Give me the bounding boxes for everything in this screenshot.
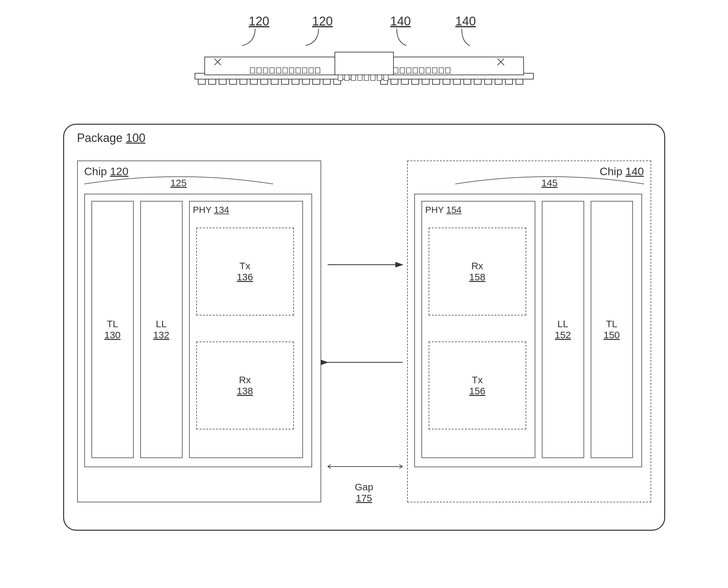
ll-132-box: LL132 xyxy=(140,201,183,458)
svg-rect-31 xyxy=(302,68,307,73)
phy-154-label: PHY 154 xyxy=(425,205,462,215)
svg-text:140: 140 xyxy=(390,14,411,28)
chip-120-box: Chip 120 125 TL130 xyxy=(77,161,321,502)
svg-text:120: 120 xyxy=(249,14,269,28)
rx-138-label: Rx138 xyxy=(237,374,253,397)
chip-140-box: Chip 140 145 PHY 154 xyxy=(407,161,651,502)
svg-rect-47 xyxy=(495,79,502,84)
tl-150-box: TL150 xyxy=(591,201,633,458)
svg-rect-15 xyxy=(281,79,289,84)
top-diagram: 120 120 140 140 xyxy=(185,13,543,104)
package-diagram: Package 100 Chip 120 125 TL130 xyxy=(63,124,665,531)
rx-158-label: Rx158 xyxy=(469,260,485,282)
ll-152-box: LL152 xyxy=(542,201,584,458)
svg-rect-37 xyxy=(391,79,398,84)
svg-rect-60 xyxy=(432,68,437,73)
svg-rect-25 xyxy=(263,68,268,73)
svg-rect-67 xyxy=(358,75,362,80)
svg-rect-17 xyxy=(302,79,309,84)
tl-130-box: TL130 xyxy=(91,201,134,458)
svg-rect-28 xyxy=(283,68,287,73)
package-label: Package 100 xyxy=(77,131,146,145)
svg-text:140: 140 xyxy=(455,14,476,28)
phy-154-box: PHY 154 Rx158 Tx156 xyxy=(422,201,535,458)
svg-rect-64 xyxy=(338,75,343,80)
chip-120-inner: TL130 LL132 PHY 134 xyxy=(84,194,312,467)
svg-rect-16 xyxy=(292,79,299,84)
svg-rect-44 xyxy=(464,79,471,84)
svg-rect-9 xyxy=(219,79,226,84)
svg-rect-40 xyxy=(422,79,429,84)
svg-rect-33 xyxy=(315,68,320,73)
svg-rect-19 xyxy=(323,79,330,84)
svg-rect-68 xyxy=(364,75,369,80)
svg-rect-27 xyxy=(276,68,281,73)
svg-rect-55 xyxy=(400,68,405,73)
svg-rect-41 xyxy=(432,79,440,84)
svg-rect-18 xyxy=(313,79,320,84)
tl-130-label: TL130 xyxy=(104,318,121,340)
svg-line-78 xyxy=(328,466,331,468)
svg-rect-56 xyxy=(406,68,411,73)
rx-138-box: Rx138 xyxy=(196,341,294,429)
svg-text:120: 120 xyxy=(312,14,333,28)
svg-rect-66 xyxy=(351,75,356,80)
tl-150-label: TL150 xyxy=(603,318,620,340)
svg-rect-7 xyxy=(198,79,205,84)
svg-rect-46 xyxy=(485,79,492,84)
svg-rect-30 xyxy=(296,68,300,73)
svg-rect-26 xyxy=(270,68,274,73)
svg-rect-48 xyxy=(506,79,513,84)
ll-132-label: LL132 xyxy=(153,318,169,340)
svg-rect-45 xyxy=(474,79,481,84)
svg-rect-13 xyxy=(261,79,268,84)
svg-rect-39 xyxy=(412,79,419,84)
svg-rect-32 xyxy=(309,68,314,73)
svg-rect-8 xyxy=(209,79,216,84)
svg-rect-57 xyxy=(413,68,417,73)
page-container: 120 120 140 140 xyxy=(0,0,728,588)
tx-136-label: Tx136 xyxy=(237,260,253,282)
tx-156-label: Tx156 xyxy=(469,374,485,397)
svg-line-77 xyxy=(328,465,331,466)
svg-rect-70 xyxy=(377,75,382,80)
chip-140-inner: PHY 154 Rx158 Tx156 xyxy=(414,194,642,467)
svg-rect-65 xyxy=(345,75,349,80)
svg-rect-29 xyxy=(289,68,294,73)
svg-rect-54 xyxy=(393,68,398,73)
svg-rect-62 xyxy=(446,68,450,73)
svg-line-80 xyxy=(399,466,403,468)
tx-156-box: Tx156 xyxy=(429,341,526,429)
svg-rect-14 xyxy=(271,79,278,84)
svg-rect-23 xyxy=(250,68,255,73)
svg-rect-12 xyxy=(250,79,257,84)
rx-158-box: Rx158 xyxy=(429,228,526,315)
svg-rect-49 xyxy=(516,79,523,84)
svg-rect-42 xyxy=(443,79,450,84)
svg-rect-63 xyxy=(335,52,393,75)
tx-136-box: Tx136 xyxy=(196,228,294,315)
ll-152-label: LL152 xyxy=(555,318,571,340)
phy-134-box: PHY 134 Tx136 Rx138 xyxy=(189,201,303,458)
gap-label: Gap175 xyxy=(355,482,373,504)
svg-rect-69 xyxy=(371,75,375,80)
phy-134-label: PHY 134 xyxy=(193,205,230,215)
svg-rect-11 xyxy=(240,79,247,84)
svg-rect-61 xyxy=(439,68,444,73)
svg-rect-59 xyxy=(426,68,431,73)
svg-line-79 xyxy=(399,465,403,466)
svg-rect-10 xyxy=(230,79,237,84)
package-number: 100 xyxy=(126,131,146,145)
svg-rect-71 xyxy=(384,75,388,80)
svg-rect-38 xyxy=(401,79,408,84)
svg-rect-24 xyxy=(257,68,261,73)
svg-rect-43 xyxy=(453,79,461,84)
svg-rect-58 xyxy=(420,68,424,73)
